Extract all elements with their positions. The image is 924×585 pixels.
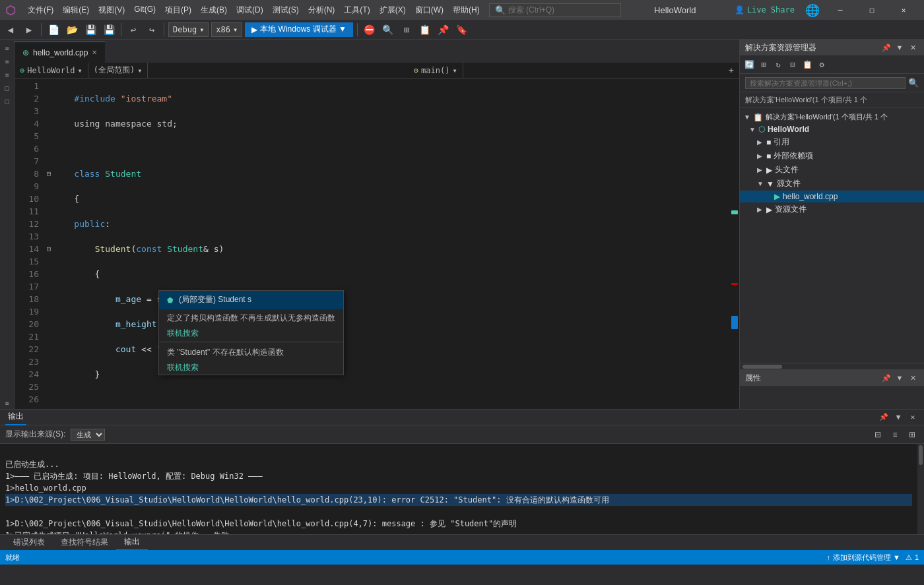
sol-settings-btn[interactable]: ⚙ — [815, 58, 828, 71]
editor-scrollbar[interactable] — [730, 78, 739, 409]
ac-link-1[interactable]: 联机搜索 — [159, 326, 343, 340]
tree-project[interactable]: ▼ ⬡ HelloWorld — [740, 123, 924, 135]
tree-solution[interactable]: ▼ 📋 解决方案'HelloWorld'(1 个项目/共 1 个 — [740, 111, 924, 123]
open-button[interactable]: 📂 — [64, 22, 80, 38]
sol-filter-btn[interactable]: ⊞ — [757, 58, 770, 71]
output-menu-btn[interactable]: ▼ — [892, 412, 904, 423]
props-pin-btn[interactable]: 📌 — [880, 372, 892, 384]
tree-sources[interactable]: ▼ ▼ 源文件 — [740, 177, 924, 191]
search-input[interactable] — [508, 5, 601, 15]
tab-hello-world-cpp[interactable]: ⊕ hello_world.cpp ✕ — [15, 42, 105, 63]
ac-item-1[interactable]: ⬟ (局部变量) Student s — [159, 291, 343, 309]
properties-header: 属性 📌 ▼ ✕ — [740, 370, 924, 386]
menu-file[interactable]: 文件(F) — [24, 3, 57, 17]
tool6-button[interactable]: 🔖 — [454, 22, 470, 38]
tree-resources[interactable]: ▶ ▶ 资源文件 — [740, 202, 924, 216]
sol-collapse-btn[interactable]: ⊟ — [786, 58, 799, 71]
tree-hello-world[interactable]: ▶ hello_world.cpp — [740, 191, 924, 202]
nav-member-dropdown[interactable]: ⊙ main() ▾ — [409, 63, 463, 78]
menu-view[interactable]: 视图(V) — [94, 3, 129, 17]
menu-git[interactable]: Git(G) — [130, 3, 160, 17]
tree-headers[interactable]: ▶ ▶ 头文件 — [740, 163, 924, 177]
properties-panel: 属性 📌 ▼ ✕ — [740, 369, 924, 409]
sidebar-icon-2[interactable]: ≡ — [1, 55, 13, 67]
props-menu-btn[interactable]: ▼ — [894, 372, 906, 384]
tool5-button[interactable]: 📌 — [436, 22, 451, 38]
ext-deps-icon: ■ — [766, 152, 771, 161]
back-button[interactable]: ◀ — [3, 22, 18, 38]
title-search-box[interactable]: 🔍 — [489, 3, 621, 17]
sidebar-icon-3[interactable]: ≡ — [1, 69, 13, 80]
menu-analyze[interactable]: 分析(N) — [304, 3, 339, 17]
solution-search[interactable]: 🔍 — [740, 74, 924, 92]
close-button[interactable]: ✕ — [888, 0, 919, 20]
forward-button[interactable]: ▶ — [21, 22, 37, 38]
output-tool3[interactable]: ⊞ — [906, 428, 919, 441]
menu-edit[interactable]: 编辑(E) — [59, 3, 93, 17]
output-tool2[interactable]: ≡ — [888, 428, 902, 441]
status-source-control[interactable]: ↑ 添加到源代码管理 ▼ — [826, 553, 900, 563]
sol-refresh-btn[interactable]: ↻ — [772, 58, 785, 71]
sidebar-icon-4[interactable]: □ — [1, 82, 13, 94]
menu-project[interactable]: 项目(P) — [161, 3, 195, 17]
tree-ext-deps[interactable]: ▶ ■ 外部依赖项 — [740, 149, 924, 163]
pin-button[interactable]: 📌 — [880, 42, 892, 53]
sol-props-btn[interactable]: 📋 — [801, 58, 814, 71]
output-pin-btn[interactable]: 📌 — [878, 412, 890, 423]
output-close-btn[interactable]: ✕ — [907, 412, 919, 423]
ac-link-2[interactable]: 联机搜索 — [159, 361, 343, 375]
save-all-button[interactable]: 💾 — [101, 22, 117, 38]
sidebar-icon-1[interactable]: ≡ — [1, 42, 13, 54]
maximize-button[interactable]: □ — [857, 0, 887, 20]
code-content[interactable]: #include "iostream" using namespace std;… — [44, 78, 730, 409]
solution-hscrollbar[interactable] — [740, 363, 924, 369]
menu-help[interactable]: 帮助(H) — [449, 3, 484, 17]
profile-icon[interactable]: 🌐 — [805, 3, 820, 17]
menu-window[interactable]: 窗口(W) — [411, 3, 447, 17]
output-content[interactable]: 已启动生成... 1>——— 已启动生成: 项目: HelloWorld, 配置… — [0, 444, 917, 534]
nav-class-dropdown[interactable]: ⊕ HelloWorld ▾ — [15, 63, 88, 78]
error-count: 1 — [915, 553, 919, 561]
tab-close-button[interactable]: ✕ — [92, 49, 97, 56]
output-tab-output[interactable]: 输出 — [5, 410, 26, 425]
tab-error-list[interactable]: 错误列表 — [5, 535, 53, 551]
tool4-button[interactable]: 📋 — [417, 22, 433, 38]
nav-scope-dropdown[interactable]: (全局范围) ▾ — [88, 63, 148, 78]
platform-dropdown[interactable]: x86 ▾ — [211, 22, 242, 37]
sidebar-icon-5[interactable]: □ — [1, 95, 13, 107]
debug-config-dropdown[interactable]: Debug ▾ — [168, 22, 209, 37]
tree-ref[interactable]: ▶ ■ 引用 — [740, 135, 924, 149]
tool1-button[interactable]: ⛔ — [362, 22, 378, 38]
nav-plus-button[interactable]: + — [723, 63, 739, 78]
code-area[interactable]: 12345 678910 1112131415 1617181920 21222… — [15, 78, 739, 409]
new-file-button[interactable]: 📄 — [46, 22, 61, 38]
save-button[interactable]: 💾 — [82, 22, 98, 38]
tab-output[interactable]: 输出 — [116, 535, 148, 551]
tool3-button[interactable]: ⊞ — [399, 22, 414, 38]
run-button[interactable]: ▶ 本地 Windows 调试器 ▼ — [245, 22, 353, 37]
solution-search-input[interactable] — [745, 77, 906, 89]
output-source-select[interactable]: 生成 — [71, 429, 105, 441]
menu-extensions[interactable]: 扩展(X) — [376, 3, 410, 17]
menu-tools[interactable]: 工具(T) — [340, 3, 374, 17]
panel-close-button[interactable]: ✕ — [907, 42, 919, 53]
tab-find-symbol[interactable]: 查找符号结果 — [53, 535, 116, 551]
output-tool1[interactable]: ⊟ — [871, 428, 884, 441]
sol-sync-btn[interactable]: 🔄 — [742, 58, 756, 71]
liveshare-button[interactable]: 👤 Live Share — [729, 4, 800, 16]
minimize-button[interactable]: ─ — [825, 0, 855, 20]
redo-button[interactable]: ↪ — [144, 22, 160, 38]
panel-menu-button[interactable]: ▼ — [894, 42, 906, 53]
hscroll-thumb[interactable] — [742, 365, 782, 369]
menu-build[interactable]: 生成(B) — [197, 3, 231, 17]
props-close-btn[interactable]: ✕ — [907, 372, 919, 384]
sidebar-icon-bottom[interactable]: ≡ — [1, 397, 13, 409]
solution-explorer-title: 解决方案资源管理器 — [745, 42, 878, 53]
tool2-button[interactable]: 🔍 — [380, 22, 396, 38]
menu-debug[interactable]: 调试(D) — [232, 3, 267, 17]
menu-test[interactable]: 测试(S) — [269, 3, 303, 17]
output-scrollbar[interactable] — [917, 444, 924, 534]
undo-button[interactable]: ↩ — [125, 22, 141, 38]
status-error-indicator[interactable]: ⚠ 1 — [906, 553, 919, 562]
output-scroll-thumb[interactable] — [919, 445, 923, 465]
